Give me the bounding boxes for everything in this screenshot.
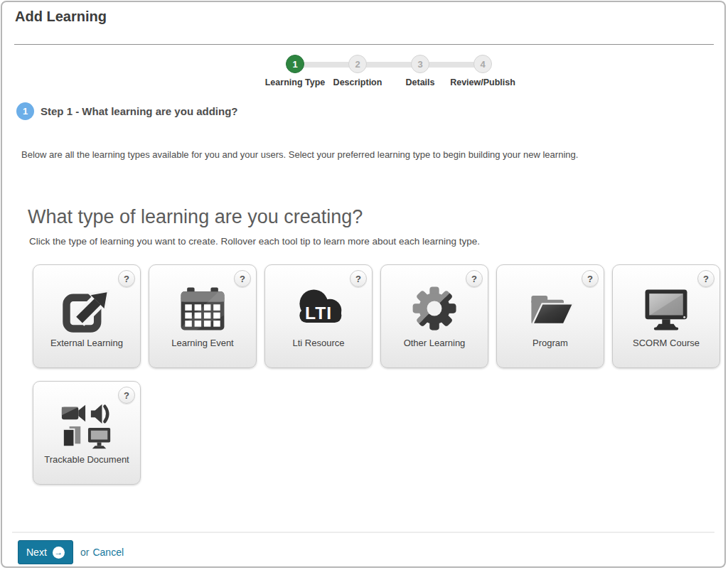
tile-label: Other Learning [404,338,466,348]
help-button-program[interactable]: ? [582,270,599,287]
stepper-step-details: 3 Details [389,55,451,87]
chooser-subheading: Click the type of learning you want to c… [29,236,480,247]
stepper-step-description: 2 Description [326,55,389,87]
external-link-icon [58,281,116,336]
help-button-lti-resource[interactable]: ? [350,270,367,287]
calendar-icon [173,281,232,336]
step-circle: 2 [348,55,367,73]
tile-external-learning[interactable]: ? External Learning [33,264,141,368]
lti-cloud-icon: LTI [289,281,348,336]
tile-scorm-course[interactable]: ? SCORM Course [612,264,720,368]
tile-learning-event[interactable]: ? Learning Event [149,264,257,368]
next-arrow-icon: → [53,547,65,559]
step-number-badge: 1 [16,102,34,120]
title-divider [14,44,714,45]
monitor-icon [637,281,695,336]
folder-icon [521,281,579,336]
cancel-link[interactable]: Cancel [92,547,124,558]
tile-label: Trackable Document [44,454,129,465]
help-button-trackable-document[interactable]: ? [118,387,135,404]
step-label: Description [333,77,382,87]
step-label: Learning Type [265,77,326,87]
wizard-stepper: 1 Learning Type 2 Description 3 Details … [264,55,520,90]
tile-other-learning[interactable]: ? [380,264,488,368]
step-heading-text: Step 1 - What learning are you adding? [41,105,238,117]
tile-trackable-document[interactable]: ? [33,381,141,485]
step-label: Details [406,77,435,87]
tile-label: Learning Event [171,338,233,348]
or-cancel-group: or Cancel [80,540,124,564]
tile-label: External Learning [50,338,123,348]
intro-text: Below are all the learning types availab… [21,149,578,160]
svg-text:LTI: LTI [305,303,332,323]
step-circle: 1 [286,55,304,73]
next-button[interactable]: Next → [18,540,73,564]
stepper-step-learning-type: 1 Learning Type [264,55,326,87]
tile-label: Lti Resource [293,338,345,348]
step-label: Review/Publish [450,77,515,87]
tile-lti-resource[interactable]: ? LTI Lti Resource [264,264,373,368]
add-learning-panel: Add Learning 1 Learning Type 2 Descripti… [1,1,726,568]
chooser-heading: What type of learning are you creating? [28,206,363,228]
step-heading: 1 Step 1 - What learning are you adding? [16,102,238,120]
help-button-other-learning[interactable]: ? [466,270,483,287]
step-circle: 3 [411,55,429,73]
next-button-label: Next [26,547,47,558]
footer-divider [12,532,714,533]
learning-type-grid: ? External Learning ? [33,264,720,485]
page-title: Add Learning [15,9,107,25]
tile-program[interactable]: ? Program [496,264,604,368]
gear-icon [405,281,464,336]
help-button-learning-event[interactable]: ? [234,270,251,287]
media-collection-icon [56,397,117,453]
tile-label: SCORM Course [633,338,700,348]
stepper-step-review-publish: 4 Review/Publish [451,55,514,87]
help-button-external-learning[interactable]: ? [118,270,135,287]
help-button-scorm-course[interactable]: ? [697,270,714,287]
or-label: or [80,547,89,558]
tile-label: Program [532,338,568,348]
step-circle: 4 [473,55,492,73]
